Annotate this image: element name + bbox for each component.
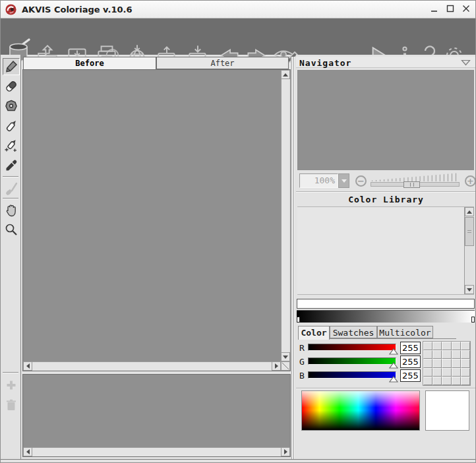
red-slider-thumb[interactable]: [389, 348, 398, 355]
strokes-panel: [22, 374, 291, 457]
close-button[interactable]: [461, 3, 471, 14]
green-slider-thumb[interactable]: [389, 362, 398, 369]
right-panel: Navigator 100% − + Color Library: [296, 55, 476, 460]
canvas-vertical-scrollbar[interactable]: [281, 70, 290, 361]
navigator-header: Navigator: [296, 57, 476, 68]
image-canvas[interactable]: [23, 70, 281, 361]
zoom-out-button[interactable]: −: [355, 175, 367, 187]
zoom-in-button[interactable]: +: [465, 175, 476, 187]
app-logo-icon: [5, 3, 17, 16]
scroll-down-button[interactable]: [465, 285, 474, 294]
red-slider[interactable]: [308, 344, 396, 351]
green-value-field[interactable]: 255: [400, 355, 421, 368]
blue-slider[interactable]: [308, 371, 396, 379]
dropdown-arrow-icon: [342, 179, 347, 185]
add-button[interactable]: [3, 377, 20, 394]
gradient-marker-right[interactable]: [471, 317, 475, 323]
minimize-button[interactable]: [429, 3, 440, 14]
delete-button[interactable]: [3, 396, 20, 414]
maximize-button[interactable]: [445, 3, 456, 14]
tube-icon: [4, 119, 18, 133]
color-spectrum-picker[interactable]: [301, 390, 420, 431]
tab-after[interactable]: After: [156, 57, 289, 69]
zoom-slider-thumb[interactable]: [403, 181, 420, 188]
green-slider[interactable]: [308, 357, 396, 365]
scroll-up-button[interactable]: [281, 70, 290, 79]
strokes-horizontal-scrollbar[interactable]: [23, 447, 290, 456]
collapse-triangle-icon[interactable]: [461, 59, 471, 66]
section-divider: [296, 191, 476, 193]
down-arrow-icon: [283, 355, 288, 359]
selected-color-strip[interactable]: [297, 299, 475, 309]
keep-color-pencil-tool[interactable]: [3, 98, 20, 115]
color-pencil-tool[interactable]: [3, 58, 20, 75]
tool-divider: [3, 198, 18, 199]
tab-swatches[interactable]: Swatches: [330, 326, 377, 338]
eyedropper-icon: [4, 158, 18, 173]
main-toolbar: [1, 18, 475, 55]
gradient-marker-left[interactable]: [297, 317, 300, 323]
tube-tool[interactable]: [3, 117, 20, 135]
recent-colors-grid[interactable]: [423, 341, 471, 386]
scrollbar-corner[interactable]: [281, 361, 290, 371]
right-arrow-icon: [284, 449, 287, 454]
pencil-icon: [4, 59, 18, 74]
tool-panel: [1, 55, 21, 460]
trash-icon: [5, 398, 18, 412]
window-bottom-border: [1, 459, 475, 460]
right-arrow-icon: [275, 363, 278, 369]
magic-tube-tool[interactable]: [3, 137, 20, 154]
eraser-icon: [4, 79, 18, 94]
tab-color[interactable]: Color: [298, 326, 330, 340]
scroll-left-button[interactable]: [23, 447, 32, 456]
tab-multicolor[interactable]: Multicolor: [377, 326, 433, 338]
recolor-brush-tool[interactable]: [3, 179, 20, 197]
red-slider-label: R: [299, 343, 307, 353]
current-color-swatch[interactable]: [425, 390, 469, 431]
navigator-preview[interactable]: [297, 70, 474, 170]
scrollbar-thumb[interactable]: [465, 217, 474, 246]
section-divider: [296, 388, 476, 389]
window-title: AKVIS Coloriage v.10.6: [22, 5, 133, 15]
scroll-right-button[interactable]: [272, 361, 281, 371]
hand-tool[interactable]: [3, 202, 20, 219]
scroll-right-button[interactable]: [281, 447, 290, 456]
left-arrow-icon: [26, 363, 30, 369]
tool-divider: [3, 372, 18, 373]
scroll-down-button[interactable]: [281, 352, 290, 361]
scroll-up-button[interactable]: [465, 207, 474, 216]
red-value-field[interactable]: 255: [400, 342, 421, 354]
blue-slider-label: B: [299, 371, 307, 381]
brightness-gradient-strip[interactable]: [297, 310, 475, 323]
down-arrow-icon: [467, 288, 472, 292]
blue-value-field[interactable]: 255: [400, 369, 421, 382]
up-arrow-icon: [467, 210, 472, 214]
eraser-tool[interactable]: [3, 78, 20, 95]
zoom-tool[interactable]: [3, 221, 20, 238]
image-canvas-container: [22, 69, 291, 371]
keep-color-icon: [4, 99, 18, 113]
panel-splitter[interactable]: [291, 57, 296, 459]
scroll-left-button[interactable]: [23, 361, 32, 371]
app-window: AKVIS Coloriage v.10.6: [0, 0, 476, 463]
tab-color-label: Color: [301, 328, 326, 338]
navigator-title: Navigator: [299, 58, 351, 68]
green-slider-label: G: [299, 357, 307, 367]
canvas-horizontal-scrollbar[interactable]: [23, 361, 281, 371]
left-arrow-icon: [26, 449, 30, 454]
title-bar: AKVIS Coloriage v.10.6: [1, 1, 475, 18]
zoom-dropdown-button[interactable]: [338, 173, 349, 188]
eyedropper-tool[interactable]: [3, 157, 20, 174]
tab-before[interactable]: Before: [23, 57, 156, 69]
zoom-value-field[interactable]: 100%: [299, 173, 338, 188]
tab-swatches-label: Swatches: [333, 328, 374, 338]
color-library-scrollbar[interactable]: [464, 207, 474, 294]
blue-slider-thumb[interactable]: [389, 376, 398, 383]
hand-icon: [4, 203, 18, 218]
color-library-list[interactable]: [297, 206, 474, 295]
tab-before-label: Before: [75, 59, 104, 68]
zoom-controls: 100% − +: [296, 172, 476, 191]
tab-multicolor-label: Multicolor: [379, 328, 431, 338]
magnifier-icon: [4, 222, 18, 237]
resize-grip-icon: [282, 362, 289, 370]
